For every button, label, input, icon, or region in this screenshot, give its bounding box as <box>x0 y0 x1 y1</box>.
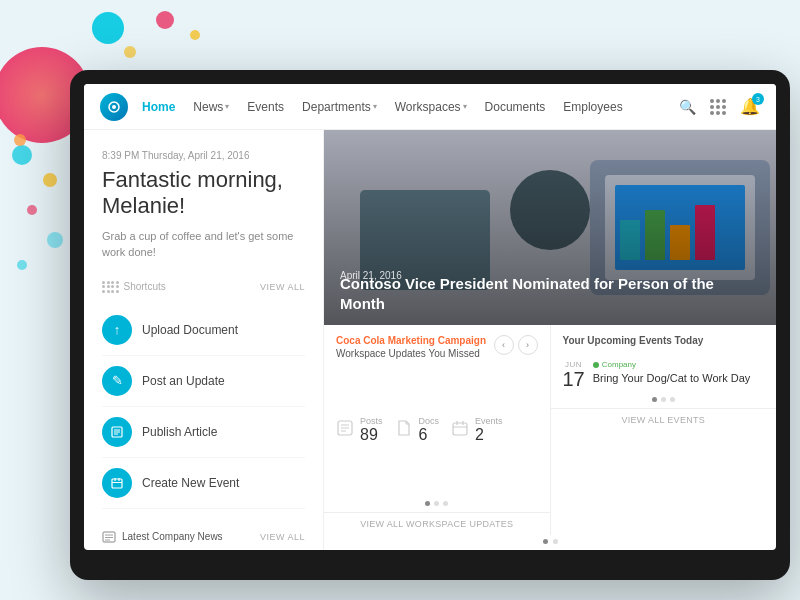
shortcut-publish-label: Publish Article <box>142 425 217 439</box>
svg-point-5 <box>12 145 32 165</box>
shortcut-post-update[interactable]: ✎ Post an Update <box>102 356 305 407</box>
app-logo[interactable] <box>100 93 128 121</box>
slider-dot-1[interactable] <box>543 539 548 544</box>
shortcut-upload-document[interactable]: ↑ Upload Document <box>102 305 305 356</box>
latest-news-view-all[interactable]: VIEW ALL <box>260 532 305 542</box>
navigation-bar: Home News▾ Events Departments▾ Workspace… <box>84 84 776 130</box>
latest-news-label: Latest Company News <box>102 531 223 543</box>
nav-item-news[interactable]: News▾ <box>193 100 229 114</box>
main-content: 8:39 PM Thursday, April 21, 2016 Fantast… <box>84 130 776 550</box>
shortcut-upload-label: Upload Document <box>142 323 238 337</box>
svg-point-1 <box>92 12 124 44</box>
nav-item-documents[interactable]: Documents <box>485 100 546 114</box>
event-company-badge: Company <box>593 360 751 369</box>
nav-items: Home News▾ Events Departments▾ Workspace… <box>142 100 679 114</box>
create-event-icon <box>102 468 132 498</box>
workspace-footer-link[interactable]: VIEW ALL WORKSPACE UPDATES <box>336 519 538 529</box>
workspace-card-nav: ‹ › <box>494 335 538 355</box>
posts-label: Posts <box>360 416 383 426</box>
device-screen: Home News▾ Events Departments▾ Workspace… <box>84 84 776 550</box>
workspace-footer: VIEW ALL WORKSPACE UPDATES <box>324 512 550 535</box>
publish-article-icon <box>102 417 132 447</box>
greeting-title: Fantastic morning, Melanie! <box>102 167 305 220</box>
event-dot-3 <box>670 397 675 402</box>
shortcuts-view-all[interactable]: VIEW ALL <box>260 282 305 292</box>
stat-events: Events 2 <box>451 416 503 444</box>
events-icon <box>451 419 469 441</box>
stat-docs: Docs 6 <box>395 416 440 444</box>
events-dots <box>551 393 777 408</box>
cards-row: Coca Cola Marketing Campaign Workspace U… <box>324 325 776 535</box>
notification-badge: 3 <box>752 93 764 105</box>
stat-posts: Posts 89 <box>336 416 383 444</box>
notification-bell[interactable]: 🔔 3 <box>740 97 760 116</box>
docs-label: Docs <box>419 416 440 426</box>
events-footer-link[interactable]: VIEW ALL EVENTS <box>563 415 765 425</box>
hero-title: Contoso Vice President Nominated for Per… <box>340 274 760 313</box>
dot-1 <box>425 501 430 506</box>
event-dot-1 <box>652 397 657 402</box>
greeting-subtitle: Grab a cup of coffee and let's get some … <box>102 228 305 261</box>
svg-point-10 <box>14 134 26 146</box>
svg-point-2 <box>156 11 174 29</box>
svg-point-7 <box>27 205 37 215</box>
shortcuts-grid-icon <box>102 281 119 293</box>
posts-icon <box>336 419 354 441</box>
svg-rect-21 <box>103 532 115 542</box>
slider-dot-2[interactable] <box>553 539 558 544</box>
svg-rect-17 <box>112 479 122 488</box>
company-dot <box>593 362 599 368</box>
right-panel: April 21, 2016 Contoso Vice President No… <box>324 130 776 550</box>
nav-item-events[interactable]: Events <box>247 100 284 114</box>
latest-news-row: Latest Company News VIEW ALL <box>102 527 305 543</box>
workspace-next-arrow[interactable]: › <box>518 335 538 355</box>
event-date-box: JUN 17 <box>563 360 585 389</box>
shortcuts-label: Shortcuts <box>102 281 166 293</box>
events-card: Your Upcoming Events Today JUN 17 Compan… <box>551 325 777 535</box>
shortcuts-header: Shortcuts VIEW ALL <box>102 281 305 293</box>
greeting-time: 8:39 PM Thursday, April 21, 2016 <box>102 150 305 161</box>
hero-banner: April 21, 2016 Contoso Vice President No… <box>324 130 776 325</box>
posts-value: 89 <box>360 426 383 444</box>
event-item: JUN 17 Company Bring Your Dog/Cat to Wor… <box>551 356 777 393</box>
grid-menu-icon[interactable] <box>710 99 726 115</box>
docs-value: 6 <box>419 426 440 444</box>
docs-icon <box>395 419 413 441</box>
bottom-slider-dots <box>324 535 776 550</box>
search-icon[interactable]: 🔍 <box>679 99 696 115</box>
workspace-card-header: Coca Cola Marketing Campaign Workspace U… <box>324 325 550 363</box>
nav-item-employees[interactable]: Employees <box>563 100 622 114</box>
workspace-subtitle: Workspace Updates You Missed <box>336 348 486 359</box>
dot-3 <box>443 501 448 506</box>
svg-point-3 <box>190 30 200 40</box>
nav-item-workspaces[interactable]: Workspaces▾ <box>395 100 467 114</box>
workspace-title-link[interactable]: Coca Cola Marketing Campaign <box>336 335 486 346</box>
dot-2 <box>434 501 439 506</box>
nav-item-departments[interactable]: Departments▾ <box>302 100 377 114</box>
event-info: Company Bring Your Dog/Cat to Work Day <box>593 360 751 385</box>
svg-point-8 <box>47 232 63 248</box>
svg-rect-29 <box>453 423 467 435</box>
workspace-prev-arrow[interactable]: ‹ <box>494 335 514 355</box>
events-label: Events <box>475 416 503 426</box>
event-day: 17 <box>563 369 585 389</box>
events-card-header: Your Upcoming Events Today <box>551 325 777 356</box>
shortcut-publish-article[interactable]: Publish Article <box>102 407 305 458</box>
svg-point-6 <box>43 173 57 187</box>
workspace-card: Coca Cola Marketing Campaign Workspace U… <box>324 325 551 535</box>
shortcut-create-event[interactable]: Create New Event <box>102 458 305 509</box>
nav-right-icons: 🔍 🔔 3 <box>679 97 760 116</box>
event-dot-2 <box>661 397 666 402</box>
left-panel: 8:39 PM Thursday, April 21, 2016 Fantast… <box>84 130 324 550</box>
events-value: 2 <box>475 426 503 444</box>
nav-item-home[interactable]: Home <box>142 100 175 114</box>
workspace-stats: Posts 89 <box>324 363 550 497</box>
svg-point-9 <box>17 260 27 270</box>
svg-point-4 <box>124 46 136 58</box>
event-name: Bring Your Dog/Cat to Work Day <box>593 371 751 385</box>
event-company-label: Company <box>602 360 636 369</box>
shortcut-post-label: Post an Update <box>142 374 225 388</box>
post-update-icon: ✎ <box>102 366 132 396</box>
device-frame: Home News▾ Events Departments▾ Workspace… <box>70 70 790 580</box>
shortcut-event-label: Create New Event <box>142 476 239 490</box>
